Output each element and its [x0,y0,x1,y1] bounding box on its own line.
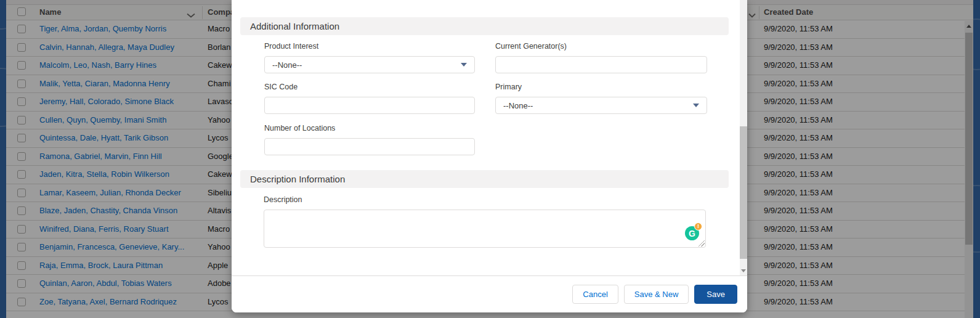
field-label: Product Interest [264,42,475,51]
current-generators-input[interactable] [495,56,707,73]
field-primary: Primary --None-- [495,83,707,114]
grammarly-letter: G [689,229,695,238]
save-button[interactable]: Save [694,285,737,304]
selected-value: --None-- [272,60,302,70]
scroll-down-arrow-icon[interactable] [741,269,746,272]
app-canvas: Name Company Created Date Tiger, Alma, J… [0,0,980,318]
field-product-interest: Product Interest --None-- [264,42,475,73]
modal-scrollbar-thumb[interactable] [740,126,747,259]
field-label: Current Generator(s) [495,42,707,51]
modal-footer: Cancel Save & New Save [232,275,747,312]
textarea-resize-handle[interactable] [699,240,705,247]
section-title: Additional Information [250,21,339,31]
description-textarea[interactable] [264,210,706,248]
section-header-description-information[interactable]: Description Information [240,170,729,188]
field-current-generators: Current Generator(s) [495,42,707,73]
description-textarea-wrap: G ! [264,210,706,248]
number-of-locations-input[interactable] [264,138,475,155]
save-and-new-button[interactable]: Save & New [624,285,689,304]
field-description: Description G ! [264,195,706,248]
primary-select[interactable]: --None-- [495,97,707,114]
field-label: Primary [495,83,707,92]
field-sic-code: SIC Code [264,83,475,114]
product-interest-select[interactable]: --None-- [264,56,475,73]
field-label: Number of Locations [264,124,475,133]
field-number-of-locations: Number of Locations [264,124,475,155]
dropdown-arrow-icon [693,104,699,107]
section-header-additional-information[interactable]: Additional Information [240,17,729,35]
cancel-button[interactable]: Cancel [572,285,618,304]
section-title: Description Information [250,174,345,184]
modal-scrollbar[interactable] [740,0,747,275]
selected-value: --None-- [503,101,533,110]
grammarly-alert-badge: ! [694,222,702,230]
grammarly-icon[interactable]: G ! [685,226,699,240]
field-label: SIC Code [264,83,475,92]
record-edit-modal: Additional Information Product Interest … [232,0,747,312]
field-label: Description [264,195,706,205]
dropdown-arrow-icon [461,63,467,67]
sic-code-input[interactable] [264,97,475,114]
modal-body: Additional Information Product Interest … [232,0,747,275]
